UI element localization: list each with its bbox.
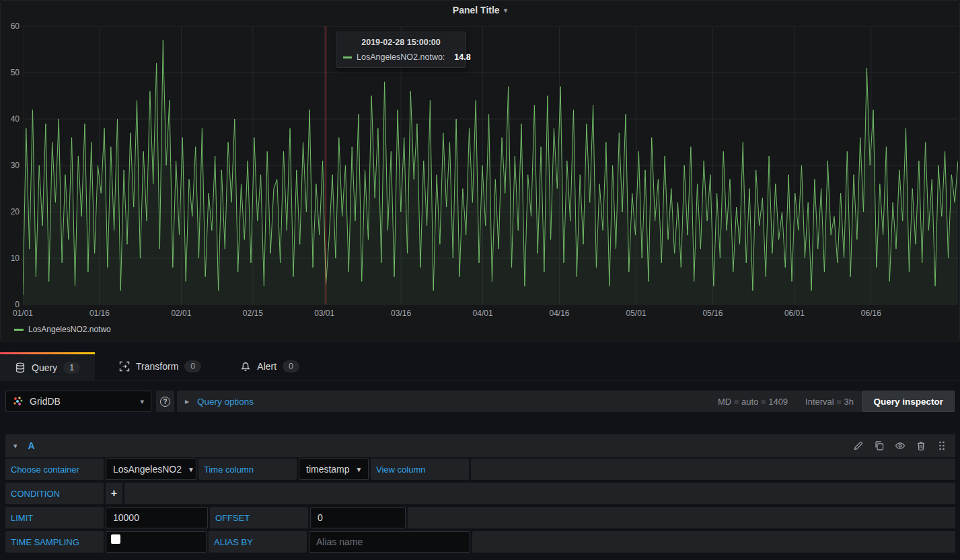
limit-row: LIMIT OFFSET: [5, 507, 955, 528]
time-sampling-field: [106, 531, 207, 553]
tooltip-value: 14.8: [454, 52, 470, 62]
editor-tabbar: Query 1 Transform 0 Alert 0: [0, 352, 960, 381]
tooltip-series-label: LosAngelesNO2.notwo:: [357, 52, 445, 62]
panel-title: Panel Title: [453, 5, 500, 15]
y-tick-label: 0: [5, 300, 20, 309]
drag-handle-icon[interactable]: [936, 440, 947, 451]
query-editor-form: Choose container LosAngelesNO2 ▼ Time co…: [5, 458, 955, 555]
time-column-label: Time column: [198, 458, 297, 480]
x-tick-label: 06/01: [784, 309, 805, 318]
y-tick-label: 10: [5, 253, 20, 263]
legend-color-dash: [14, 329, 24, 331]
condition-row: CONDITION +: [5, 483, 955, 504]
crosshair-cursor-line: [326, 26, 326, 305]
x-tick-label: 01/16: [89, 309, 110, 318]
x-tick-label: 06/16: [861, 309, 881, 318]
sampling-row: TIME SAMPLING ALIAS BY: [5, 531, 955, 553]
edit-pencil-icon[interactable]: [853, 440, 864, 451]
x-tick-label: 03/01: [314, 309, 334, 318]
query-inspector-button[interactable]: Query inspector: [862, 391, 955, 412]
x-tick-label: 05/16: [702, 309, 723, 318]
offset-label: OFFSET: [210, 507, 308, 528]
series-color-dash: [343, 56, 352, 58]
query-row-header: ▾ A: [5, 434, 955, 457]
delete-trash-icon[interactable]: [916, 440, 926, 451]
y-tick-label: 60: [5, 22, 20, 31]
datasource-row: GridDB ▾ ? ▸ Query options MD = auto = 1…: [0, 389, 960, 415]
query-options-toggle[interactable]: Query options: [197, 397, 254, 407]
container-row: Choose container LosAngelesNO2 ▼ Time co…: [5, 458, 955, 480]
tab-transform-count: 0: [184, 360, 201, 372]
add-condition-button[interactable]: +: [106, 483, 122, 504]
choose-container-label: Choose container: [5, 458, 104, 480]
time-sampling-label: TIME SAMPLING: [5, 531, 104, 553]
tab-query[interactable]: Query 1: [0, 352, 95, 381]
legend-label: LosAngelesNO2.notwo: [28, 325, 111, 334]
chevron-down-icon: ▼: [188, 466, 194, 473]
alias-by-label: ALIAS BY: [209, 531, 307, 553]
x-tick-label: 02/15: [243, 309, 263, 318]
panel-header-menu[interactable]: Panel Title ▾: [1, 1, 959, 19]
x-tick-label: 01/01: [13, 309, 33, 318]
y-tick-label: 50: [5, 68, 20, 77]
tab-query-label: Query: [32, 362, 57, 373]
y-tick-label: 20: [5, 207, 20, 216]
sampling-row-filler: [472, 531, 955, 553]
tab-transform[interactable]: Transform 0: [104, 352, 216, 381]
offset-input[interactable]: [310, 507, 406, 528]
condition-filler: [124, 483, 955, 504]
chevron-right-icon[interactable]: ▸: [185, 397, 189, 406]
limit-input[interactable]: [106, 507, 208, 528]
query-options-bar: ▸ Query options MD = auto = 1409 Interva…: [177, 391, 862, 412]
tab-alert[interactable]: Alert 0: [225, 352, 314, 381]
datasource-picker[interactable]: GridDB ▾: [5, 391, 151, 412]
datasource-help-button[interactable]: ?: [156, 391, 174, 412]
collapse-chevron-icon[interactable]: ▾: [13, 442, 17, 450]
condition-label: CONDITION: [5, 483, 104, 504]
limit-label: LIMIT: [5, 507, 104, 528]
hide-eye-icon[interactable]: [895, 440, 906, 451]
timeseries-plot[interactable]: [23, 26, 958, 305]
time-column-select-value: timestamp: [306, 464, 350, 475]
question-mark-icon: ?: [160, 397, 170, 407]
tab-transform-label: Transform: [136, 361, 178, 372]
view-column-label: View column: [371, 458, 469, 480]
x-tick-label: 02/01: [171, 309, 191, 318]
chevron-down-icon: ▾: [140, 397, 144, 406]
x-tick-label: 04/16: [550, 309, 570, 318]
view-column-select-area[interactable]: [471, 458, 955, 480]
x-tick-label: 03/16: [391, 309, 411, 318]
duplicate-copy-icon[interactable]: [874, 440, 885, 451]
tooltip-timestamp: 2019-02-28 15:00:00: [343, 38, 459, 47]
database-icon: [15, 362, 26, 373]
y-tick-label: 30: [5, 161, 20, 170]
time-column-select[interactable]: timestamp ▼: [299, 458, 369, 480]
container-select-value: LosAngelesNO2: [113, 464, 182, 475]
alias-input[interactable]: [309, 531, 470, 553]
chart-canvas: [23, 26, 958, 305]
y-tick-label: 40: [5, 114, 20, 124]
datasource-name: GridDB: [30, 396, 140, 407]
tab-alert-label: Alert: [257, 361, 276, 372]
container-select[interactable]: LosAngelesNO2 ▼: [106, 458, 196, 480]
griddb-logo-icon: [13, 396, 24, 407]
transform-icon: [119, 361, 130, 372]
x-tick-label: 05/01: [626, 309, 646, 318]
x-tick-label: 04/01: [473, 309, 493, 318]
chevron-down-icon: ▼: [356, 466, 363, 473]
md-stat: MD = auto = 1409: [718, 397, 788, 407]
interval-stat: Interval = 3h: [805, 397, 854, 407]
chart-panel: Panel Title ▾ 0102030405060 01/0101/1602…: [0, 0, 960, 342]
chart-tooltip: 2019-02-28 15:00:00 LosAngelesNO2.notwo:…: [336, 32, 466, 68]
tab-alert-count: 0: [283, 360, 299, 372]
chevron-down-icon: ▾: [504, 6, 508, 15]
limit-row-filler: [408, 507, 955, 528]
query-ref-id[interactable]: A: [28, 440, 35, 451]
legend-item[interactable]: LosAngelesNO2.notwo: [14, 325, 111, 334]
bell-icon: [240, 361, 251, 372]
time-sampling-checkbox[interactable]: [111, 534, 120, 544]
tab-query-count: 1: [63, 362, 80, 374]
